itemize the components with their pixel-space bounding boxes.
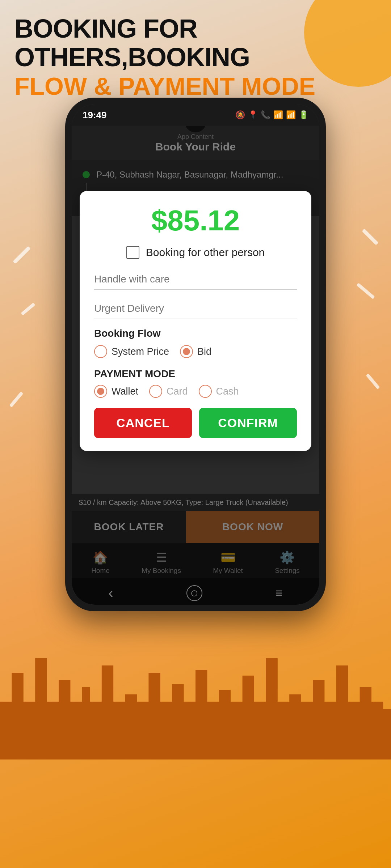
dash-2 — [21, 303, 35, 316]
modal-overlay: $85.12 Booking for other person Book — [72, 126, 319, 605]
modal-action-buttons: CANCEL CONFIRM — [94, 408, 297, 438]
notification-icon: 🔕 — [235, 110, 245, 120]
wifi-icon: 📶 — [273, 110, 283, 120]
app-screen: App Content Book Your Ride P-40, Subhash… — [72, 126, 319, 605]
booking-flow-radio-group: System Price Bid — [94, 345, 297, 358]
system-price-label: System Price — [112, 346, 169, 357]
bid-radio-selected — [183, 348, 190, 355]
dash-1 — [13, 246, 30, 264]
booking-flow-label: Booking Flow — [94, 328, 297, 339]
cancel-button[interactable]: CANCEL — [94, 408, 192, 438]
cash-label: Cash — [216, 386, 239, 397]
bg-city-silhouette — [0, 615, 391, 760]
dash-6 — [366, 373, 380, 389]
dash-4 — [356, 283, 375, 299]
cash-radio[interactable] — [199, 385, 212, 398]
booking-flow-section: Booking Flow System Price — [94, 328, 297, 358]
booking-for-other-row: Booking for other person — [94, 246, 297, 259]
bid-label: Bid — [197, 346, 211, 357]
card-option[interactable]: Card — [149, 385, 188, 398]
payment-mode-radio-group: Wallet Card Cash — [94, 385, 297, 398]
bid-radio[interactable] — [180, 345, 193, 358]
card-label: Card — [167, 386, 188, 397]
wallet-option[interactable]: Wallet — [94, 385, 138, 398]
phone-screen: 19:49 🔕 📍 📞 📶 📶 🔋 App Content Book Your … — [72, 104, 319, 605]
price-display: $85.12 — [94, 204, 297, 237]
header-line1: BOOKING FOR OTHERS,BOOKING — [14, 14, 377, 72]
wallet-radio-selected — [97, 388, 104, 395]
page-header: BOOKING FOR OTHERS,BOOKING FLOW & PAYMEN… — [14, 14, 377, 101]
booking-for-other-checkbox[interactable] — [126, 246, 139, 259]
booking-modal: $85.12 Booking for other person Book — [80, 191, 311, 451]
location-icon: 📍 — [248, 110, 258, 120]
urgent-delivery-input[interactable] — [94, 298, 297, 319]
system-price-radio[interactable] — [94, 345, 107, 358]
status-time: 19:49 — [83, 110, 107, 121]
header-line2: FLOW & PAYMENT MODE — [14, 72, 377, 101]
battery-icon: 🔋 — [299, 110, 308, 120]
dash-3 — [362, 229, 379, 245]
phone-body: 19:49 🔕 📍 📞 📶 📶 🔋 App Content Book Your … — [65, 98, 326, 611]
status-icons: 🔕 📍 📞 📶 📶 🔋 — [235, 110, 308, 120]
handle-with-care-input[interactable] — [94, 269, 297, 290]
phone-mockup: 19:49 🔕 📍 📞 📶 📶 🔋 App Content Book Your … — [65, 98, 326, 611]
dash-5 — [9, 391, 23, 407]
card-radio[interactable] — [149, 385, 162, 398]
cash-option[interactable]: Cash — [199, 385, 239, 398]
wallet-radio[interactable] — [94, 385, 107, 398]
confirm-button[interactable]: CONFIRM — [199, 408, 297, 438]
call-icon: 📞 — [261, 110, 270, 120]
wallet-label: Wallet — [112, 386, 138, 397]
payment-mode-section: PAYMENT MODE Wallet — [94, 368, 297, 398]
signal-icon: 📶 — [286, 110, 296, 120]
payment-mode-label: PAYMENT MODE — [94, 368, 297, 380]
booking-for-other-label: Booking for other person — [146, 246, 265, 259]
bid-option[interactable]: Bid — [180, 345, 211, 358]
system-price-option[interactable]: System Price — [94, 345, 169, 358]
